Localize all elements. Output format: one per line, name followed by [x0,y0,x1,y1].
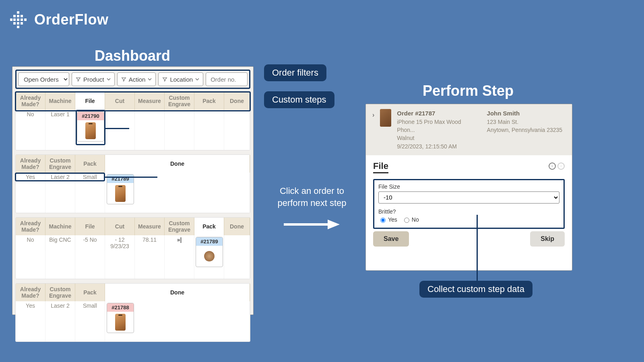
order-card[interactable]: #21788 [107,303,134,333]
col-header-active: File [75,92,105,110]
location-filter-label: Location [170,76,193,83]
flow-instruction: Click an order to perform next step [276,185,348,209]
col-header: Already Made? [16,284,45,301]
brittle-yes-radio[interactable]: Yes [378,216,397,223]
col-header: Pack [194,92,224,110]
step-value: No [16,235,45,251]
lane-4: Already Made? Custom Engrave Pack Done Y… [15,283,250,342]
timestamp: 9/22/2023, 12:15:50 AM [397,142,479,150]
brittle-no-radio[interactable]: No [402,216,419,223]
col-header: Pack [75,284,105,301]
prev-step-button[interactable]: ‹ [549,162,556,170]
col-header: Custom Engrave [45,155,75,173]
product-filter-label: Product [83,76,104,83]
col-header-active: Done [105,284,250,301]
col-header: Cut [105,218,135,235]
order-number: Order #21787 [397,109,479,118]
col-header: Already Made? [16,155,45,173]
order-id: #21789 [107,175,134,183]
brand-logo-icon [10,11,27,28]
step-value: - 12 9/23/23 [105,235,135,251]
chevron-down-icon [195,77,199,81]
step-value: No [16,110,45,119]
step-value: Laser 2 [45,301,75,310]
step-value: Small [75,301,105,310]
skip-button[interactable]: Skip [530,231,565,247]
dashboard-panel: Open Orders Product Action Location Alre… [12,66,254,315]
step-value: Small [75,173,105,181]
col-header: Done [224,92,250,110]
address-line2: Anytown, Pennsylvania 23235 [487,126,566,134]
col-header: Measure [135,218,165,235]
col-header: Custom Engrave [165,218,194,235]
product-name: iPhone 15 Pro Max Wood Phon... [397,118,479,134]
col-header: Machine [45,218,75,235]
filter-icon [76,77,81,82]
step-heading: File [373,161,388,173]
step-value: Yes [16,301,45,310]
svg-marker-1 [328,220,340,229]
col-header: Done [224,218,250,235]
step-value: Big CNC [45,235,75,251]
step-value: »| [165,235,194,251]
chevron-down-icon [148,77,152,81]
col-header: Custom Engrave [165,92,194,110]
address-line1: 123 Main St. [487,118,566,126]
customer-name: John Smith [487,109,566,118]
col-header: Custom Engrave [45,284,75,301]
perform-step-title: Perform Step [423,82,514,99]
order-card[interactable]: #21789 [196,237,223,267]
lane-1: Already Made? Machine File Cut Measure C… [15,92,250,150]
order-summary: › Order #21787 iPhone 15 Pro Max Wood Ph… [366,104,572,155]
annotation-order-filters: Order filters [264,64,326,81]
lane-3: Already Made? Machine File Cut Measure C… [15,217,250,279]
save-button[interactable]: Save [373,231,409,247]
order-card[interactable]: #21790 [77,111,104,142]
lane-2: Already Made? Custom Engrave Pack Done Y… [15,154,250,213]
product-thumbnail [196,246,223,267]
perform-step-panel: › Order #21787 iPhone 15 Pro Max Wood Ph… [365,104,572,271]
order-id: #21789 [196,237,223,246]
product-thumbnail [77,120,104,141]
location-filter-button[interactable]: Location [158,72,203,86]
col-header: Measure [135,92,165,110]
annotation-collect-data: Collect custom step data [419,281,533,298]
filter-bar: Open Orders Product Action Location [15,70,250,89]
file-size-select[interactable]: -10 [378,191,559,204]
arrow-icon [282,217,342,232]
order-card[interactable]: #21789 [107,174,134,204]
chevron-down-icon [107,77,111,81]
brittle-label: Brittle? [378,208,559,215]
brand: OrderFlow [10,11,109,28]
order-search[interactable] [206,72,248,86]
order-id: #21788 [107,303,134,312]
filter-icon [121,77,126,82]
expand-icon[interactable]: › [372,111,374,119]
col-header: Machine [45,92,75,110]
col-header: File [75,218,105,235]
col-header: Cut [105,92,135,110]
col-header-active: Pack [194,218,224,235]
order-search-input[interactable] [210,76,244,83]
step-value: 78.11 [135,235,165,251]
brand-name: OrderFlow [34,11,109,28]
material: Walnut [397,134,479,142]
order-board: Already Made? Machine File Cut Measure C… [15,92,250,342]
step-value: Laser 2 [45,173,75,181]
step-value: Yes [16,173,45,181]
product-thumbnail [107,183,134,204]
annotation-custom-steps: Custom steps [264,91,334,108]
product-filter-button[interactable]: Product [72,72,115,86]
next-step-button[interactable]: › [557,162,565,170]
action-filter-button[interactable]: Action [117,72,156,86]
filter-icon [162,77,167,82]
col-header: Already Made? [16,218,45,235]
step-value: -5 No [75,235,105,251]
status-select[interactable]: Open Orders [18,72,69,86]
action-filter-label: Action [129,76,146,83]
step-value: Laser 1 [45,110,75,119]
col-header-active: Done [105,155,250,173]
col-header: Pack [75,155,105,173]
product-thumbnail [380,109,391,127]
order-id: #21790 [77,112,104,120]
